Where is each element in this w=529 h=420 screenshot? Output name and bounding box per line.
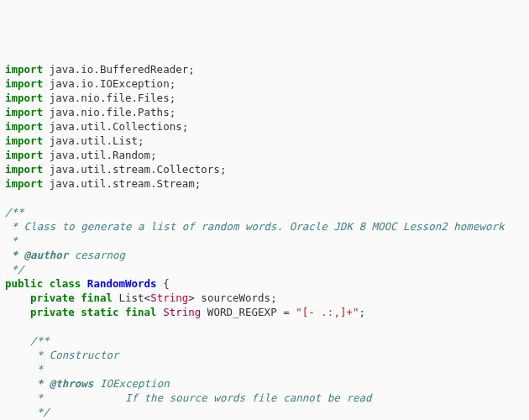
javadoc-throws: * @throws IOException	[5, 377, 170, 390]
javadoc-close: */	[5, 263, 24, 276]
javadoc-line: /**	[5, 334, 50, 347]
class-decl: public class RandomWords {	[5, 277, 170, 290]
javadoc-line: *	[5, 234, 18, 247]
javadoc-line: * Class to generate a list of random wor…	[5, 220, 505, 233]
code-block: import java.io.BufferedReader; import ja…	[5, 62, 524, 420]
import-line: import java.io.BufferedReader;	[5, 63, 195, 76]
import-line: import java.util.List;	[5, 134, 144, 147]
import-line: import java.util.stream.Stream;	[5, 177, 201, 190]
import-line: import java.util.Random;	[5, 149, 157, 161]
javadoc-line: */	[5, 406, 50, 418]
field-decl: private static final String WORD_REGEXP …	[5, 306, 365, 318]
import-line: import java.nio.file.Paths;	[5, 106, 175, 118]
regex-literal: "[- .:,]+"	[296, 306, 359, 318]
javadoc-line: * If the source words file cannot be rea…	[5, 391, 372, 404]
import-line: import java.io.IOException;	[5, 77, 175, 90]
field-decl: private final List<String> sourceWords;	[5, 291, 277, 304]
import-line: import java.nio.file.Files;	[5, 92, 175, 104]
keyword-import: import	[5, 63, 43, 76]
javadoc-open: /**	[5, 206, 24, 218]
import-line: import java.util.Collections;	[5, 120, 188, 133]
import-line: import java.util.stream.Collectors;	[5, 163, 226, 176]
javadoc-author: * @author cesarnog	[5, 249, 125, 261]
javadoc-line: *	[5, 363, 43, 375]
class-name: RandomWords	[87, 277, 157, 290]
javadoc-line: * Constructor	[5, 349, 118, 361]
